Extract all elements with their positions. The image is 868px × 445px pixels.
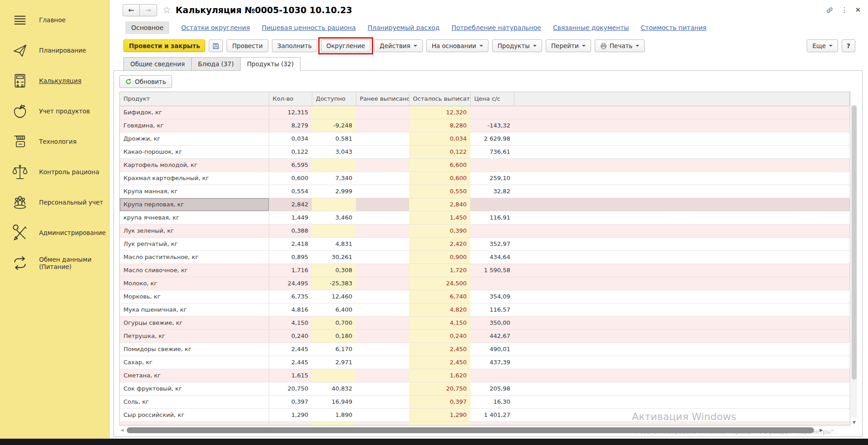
- toolbar-button-print[interactable]: Печать: [595, 39, 645, 52]
- cell-available[interactable]: -25,383: [312, 277, 356, 290]
- cell-remaining[interactable]: 8,080: [409, 421, 470, 425]
- sidebar-item-home[interactable]: Главное: [0, 5, 110, 35]
- close-icon[interactable]: ✕: [855, 6, 861, 14]
- table-row[interactable]: крупа ячневая, кг 1,449 3,460 1,450 116,…: [120, 211, 850, 224]
- cell-earlier[interactable]: [356, 224, 409, 237]
- cell-product[interactable]: Крупа перловая, кг: [120, 198, 269, 211]
- table-row[interactable]: Картофель молодой, кг 6,595 6,600: [120, 158, 850, 171]
- cell-remaining[interactable]: 1,620: [409, 369, 470, 382]
- toolbar-button-fill[interactable]: Заполнить: [272, 39, 317, 52]
- cell-earlier[interactable]: [356, 158, 409, 171]
- cell-price[interactable]: 442,67: [470, 329, 514, 342]
- column-header-available[interactable]: Доступно: [312, 92, 356, 106]
- sidebar-item-data-exchange[interactable]: Обмен данными (Питание): [0, 248, 110, 278]
- cell-price[interactable]: 736,61: [470, 145, 514, 158]
- table-row[interactable]: Огурцы свежие, кг 4,150 0,700 4,150 350,…: [120, 316, 850, 329]
- table-row[interactable]: Крахмал картофельный, кг 0,600 7,340 0,6…: [120, 171, 850, 185]
- cell-available[interactable]: 0,581: [312, 132, 356, 145]
- cell-qty[interactable]: 1,449: [269, 211, 312, 224]
- cell-available[interactable]: 3,043: [312, 145, 356, 158]
- cell-product[interactable]: Масло растительное, кг: [120, 250, 269, 264]
- cell-earlier[interactable]: [356, 290, 409, 303]
- cell-remaining[interactable]: 2,420: [409, 237, 470, 250]
- favorite-star-icon[interactable]: ☆: [163, 5, 171, 15]
- cell-qty[interactable]: 8,279: [269, 119, 312, 132]
- cell-qty[interactable]: 2,445: [269, 356, 312, 369]
- cell-price[interactable]: 352,97: [470, 237, 514, 250]
- subtab-products[interactable]: Продукты (32): [240, 57, 301, 71]
- nav-tab-rounding-remainders[interactable]: Остатки округления: [181, 24, 250, 31]
- cell-product[interactable]: Какао-порошок, кг: [120, 145, 269, 158]
- cell-price[interactable]: 434,64: [470, 250, 514, 264]
- cell-price[interactable]: 116,91: [470, 211, 514, 224]
- cell-price[interactable]: [470, 198, 514, 211]
- cell-remaining[interactable]: 0,122: [409, 145, 470, 158]
- cell-remaining[interactable]: 2,450: [409, 342, 470, 356]
- cell-remaining[interactable]: 2,450: [409, 356, 470, 369]
- nav-tab-planned-expense[interactable]: Планируемый расход: [368, 24, 440, 31]
- toolbar-button-save[interactable]: [209, 39, 223, 52]
- cell-price[interactable]: -143,32: [470, 119, 514, 132]
- cell-remaining[interactable]: 0,900: [409, 250, 470, 264]
- cell-earlier[interactable]: [356, 132, 409, 145]
- nav-tab-main[interactable]: Основное: [125, 21, 169, 34]
- cell-qty[interactable]: 0,600: [269, 171, 312, 185]
- cell-available[interactable]: [312, 158, 356, 171]
- cell-earlier[interactable]: [356, 277, 409, 290]
- nav-tab-related-documents[interactable]: Связанные документы: [553, 24, 629, 31]
- cell-earlier[interactable]: [356, 421, 409, 425]
- toolbar-button-rounding[interactable]: Округление: [321, 39, 370, 52]
- cell-product[interactable]: Говядина, кг: [120, 119, 269, 132]
- sidebar-item-product-accounting[interactable]: Учет продуктов: [0, 96, 110, 126]
- toolbar-button-based-on[interactable]: На основании: [426, 39, 488, 52]
- cell-available[interactable]: 2,999: [312, 185, 356, 198]
- cell-product[interactable]: Сахар, кг: [120, 356, 269, 369]
- cell-price[interactable]: 490,01: [470, 342, 514, 356]
- table-row[interactable]: Лук репчатый, кг 2,418 4,831 2,420 352,9…: [120, 237, 850, 250]
- cell-available[interactable]: [312, 224, 356, 237]
- column-header-remaining[interactable]: Осталось выписать: [409, 92, 470, 106]
- cell-qty[interactable]: 12,315: [269, 106, 312, 119]
- scroll-down-arrow-icon[interactable]: ▼: [851, 419, 857, 425]
- cell-qty[interactable]: 1,290: [269, 408, 312, 421]
- cell-earlier[interactable]: [356, 211, 409, 224]
- refresh-button[interactable]: Обновить: [119, 75, 172, 88]
- cell-qty[interactable]: 0,397: [269, 395, 312, 408]
- link-icon[interactable]: [826, 6, 833, 14]
- nav-tab-natural-consumption[interactable]: Потребление натуральное: [451, 24, 541, 31]
- cell-qty[interactable]: 0,034: [269, 132, 312, 145]
- cell-price[interactable]: 32,82: [470, 185, 514, 198]
- table-row[interactable]: Мука пшеничная, кг 4,816 6,400 4,820 116…: [120, 303, 850, 316]
- cell-product[interactable]: Сметана, кг: [120, 369, 269, 382]
- cell-qty[interactable]: 2,418: [269, 237, 312, 250]
- cell-qty[interactable]: 0,554: [269, 185, 312, 198]
- vertical-scrollbar[interactable]: ▼: [851, 105, 857, 417]
- cell-earlier[interactable]: [356, 329, 409, 342]
- cell-product[interactable]: Творог, кг: [120, 421, 269, 425]
- cell-product[interactable]: Петрушка, кг: [120, 329, 269, 342]
- cell-remaining[interactable]: 0,034: [409, 132, 470, 145]
- cell-product[interactable]: Дрожжи, кг: [120, 132, 269, 145]
- cell-product[interactable]: Бифидок, кг: [120, 106, 269, 119]
- cell-earlier[interactable]: [356, 369, 409, 382]
- cell-price[interactable]: [470, 224, 514, 237]
- cell-earlier[interactable]: [356, 316, 409, 329]
- cell-earlier[interactable]: [356, 395, 409, 408]
- table-row[interactable]: Сыр российский, кг 1,290 1,890 1,290 1 4…: [120, 408, 850, 421]
- nav-tab-nutrition-value[interactable]: Пищевая ценность рациона: [261, 24, 355, 31]
- cell-available[interactable]: [312, 198, 356, 211]
- sidebar-item-technology[interactable]: Технология: [0, 126, 110, 156]
- cell-remaining[interactable]: 4,820: [409, 303, 470, 316]
- cell-price[interactable]: 16,30: [470, 395, 514, 408]
- cell-remaining[interactable]: 20,750: [409, 382, 470, 395]
- cell-qty[interactable]: 6,735: [269, 290, 312, 303]
- cell-product[interactable]: Картофель молодой, кг: [120, 158, 269, 171]
- scroll-left-arrow-icon[interactable]: ◀: [119, 427, 125, 433]
- cell-available[interactable]: 3,460: [312, 211, 356, 224]
- table-row[interactable]: Сахар, кг 2,445 2,971 2,450 437,39: [120, 356, 850, 369]
- table-row[interactable]: Крупа манная, кг 0,554 2,999 0,550 32,82: [120, 185, 850, 198]
- cell-earlier[interactable]: [356, 185, 409, 198]
- cell-product[interactable]: Огурцы свежие, кг: [120, 316, 269, 329]
- cell-earlier[interactable]: [356, 145, 409, 158]
- toolbar-button-actions[interactable]: Действия: [374, 39, 423, 52]
